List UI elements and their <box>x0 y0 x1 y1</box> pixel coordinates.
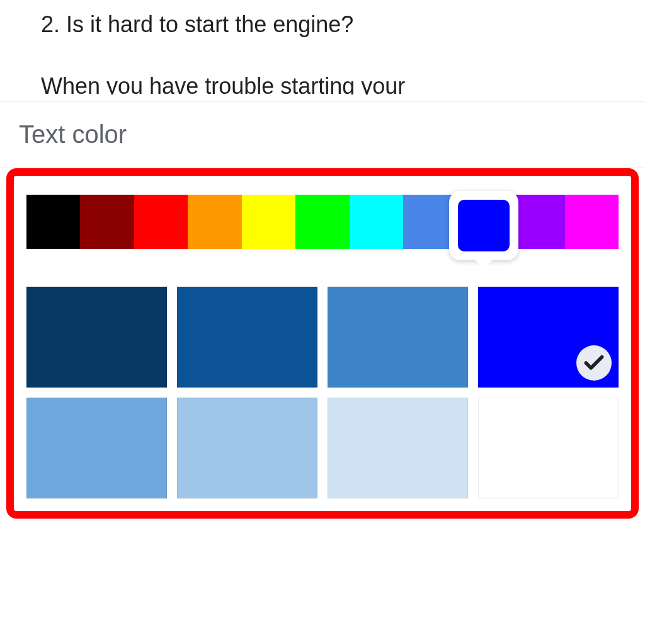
hue-swatch-green[interactable] <box>295 195 349 249</box>
hue-selected-inner <box>458 200 510 251</box>
document-content: 2. Is it hard to start the engine? When … <box>0 0 645 101</box>
document-line-1[interactable]: 2. Is it hard to start the engine? <box>41 6 604 43</box>
hue-row <box>26 195 619 249</box>
shade-swatch-0[interactable] <box>26 287 167 388</box>
shade-swatch-3[interactable] <box>478 287 619 388</box>
hue-swatch-orange[interactable] <box>188 195 241 249</box>
document-line-2[interactable]: When you have trouble starting your <box>41 68 604 95</box>
hue-swatch-black[interactable] <box>26 195 80 249</box>
shade-swatch-2[interactable] <box>328 287 468 388</box>
shade-swatch-4[interactable] <box>26 398 167 498</box>
hue-swatch-red[interactable] <box>134 195 188 249</box>
panel-title: Text color <box>19 120 127 148</box>
shades-grid <box>26 287 619 498</box>
panel-header: Text color <box>0 101 645 168</box>
hue-swatch-cyan[interactable] <box>350 195 403 249</box>
hue-selected-indicator[interactable] <box>449 191 518 260</box>
shade-swatch-5[interactable] <box>177 398 317 498</box>
color-picker-panel <box>6 168 639 519</box>
hue-swatch-purple[interactable] <box>511 195 564 249</box>
hue-swatch-yellow[interactable] <box>242 195 295 249</box>
hue-swatch-darkred[interactable] <box>80 195 134 249</box>
shade-swatch-1[interactable] <box>177 287 317 388</box>
shade-swatch-7[interactable] <box>478 398 619 498</box>
hue-swatch-magenta[interactable] <box>565 195 619 249</box>
check-icon <box>576 345 612 381</box>
shade-swatch-6[interactable] <box>328 398 468 498</box>
